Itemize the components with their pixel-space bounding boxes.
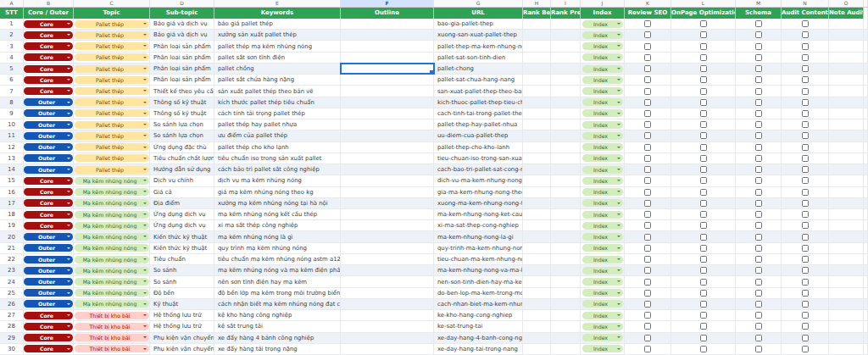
cell-rank-pres[interactable] — [551, 97, 581, 108]
cell-index[interactable]: Index — [581, 231, 625, 241]
cell-core-outer[interactable]: Outer — [24, 254, 74, 264]
cell-note-audit[interactable] — [829, 86, 864, 96]
cell-core-outer[interactable]: Core — [24, 64, 74, 74]
cell-rank-pres[interactable] — [551, 254, 581, 264]
checkbox-review-seo[interactable] — [644, 177, 651, 184]
cell-note-audit[interactable] — [829, 220, 864, 230]
cell-review-seo[interactable] — [625, 198, 671, 208]
cell-audit-content[interactable] — [782, 75, 829, 85]
cell-schema[interactable] — [736, 130, 782, 141]
cell-rank-pres[interactable] — [551, 333, 581, 343]
index-dropdown-chip[interactable]: Index — [582, 109, 623, 117]
cell-review-seo[interactable] — [625, 153, 671, 164]
cell-index[interactable]: Index — [581, 30, 625, 40]
checkbox-review-seo[interactable] — [644, 144, 651, 151]
index-dropdown-chip[interactable]: Index — [582, 244, 623, 252]
cell-index[interactable]: Index — [581, 254, 625, 264]
index-dropdown-chip[interactable]: Index — [582, 121, 623, 129]
cell-schema[interactable] — [736, 41, 782, 51]
cell-keywords[interactable]: độ bền lớp mạ kẽm trong môi trường biển — [214, 288, 341, 298]
checkbox-onpage-optimization[interactable] — [700, 323, 707, 330]
cell-onpage-optimization[interactable] — [671, 288, 736, 298]
checkbox-review-seo[interactable] — [644, 43, 651, 50]
checkbox-schema[interactable] — [755, 54, 762, 61]
cell-sub-topic[interactable]: Độ bền — [150, 288, 214, 298]
checkbox-review-seo[interactable] — [644, 211, 651, 218]
checkbox-review-seo[interactable] — [644, 189, 651, 196]
cell-topic[interactable]: Pallet thép — [74, 97, 150, 108]
checkbox-audit-content[interactable] — [802, 121, 809, 128]
cell-audit-content[interactable] — [782, 19, 829, 29]
cell-rank-pres[interactable] — [551, 142, 581, 153]
cell-keywords[interactable]: xưởng mạ kẽm nhúng nóng tại hà nội — [214, 198, 341, 208]
cell-schema[interactable] — [736, 209, 782, 219]
cell-sub-topic[interactable]: Tiêu chuẩn — [150, 254, 214, 264]
cell-review-seo[interactable] — [625, 119, 671, 130]
header-core-outer[interactable]: Core / Outer — [24, 8, 74, 19]
cell-index[interactable]: Index — [581, 276, 625, 286]
topic-dropdown-chip[interactable]: Pallet thép — [75, 65, 149, 73]
column-letter-h[interactable]: H — [523, 0, 551, 7]
cell-onpage-optimization[interactable] — [671, 53, 736, 63]
index-dropdown-chip[interactable]: Index — [582, 166, 623, 174]
cell-core-outer[interactable]: Core — [24, 310, 74, 320]
cell-core-outer[interactable]: Core — [24, 220, 74, 230]
cell-topic[interactable]: Mạ kẽm nhúng nóng — [74, 231, 150, 241]
cell-outline[interactable] — [341, 119, 434, 130]
cell-keywords[interactable]: pallet sắt chứa hàng nặng — [214, 75, 341, 85]
cell-core-outer[interactable]: Outer — [24, 130, 74, 141]
topic-dropdown-chip[interactable]: Thiết bị kho bãi — [75, 334, 149, 341]
cell-core-outer[interactable]: Core — [24, 321, 74, 331]
checkbox-onpage-optimization[interactable] — [700, 76, 707, 83]
cell-stt[interactable]: 13 — [0, 153, 24, 164]
cell-onpage-optimization[interactable] — [671, 130, 736, 141]
index-dropdown-chip[interactable]: Index — [582, 222, 623, 230]
cell-rank-bef[interactable] — [523, 175, 551, 186]
topic-dropdown-chip[interactable]: Mạ kẽm nhúng nóng — [75, 188, 149, 196]
cell-index[interactable]: Index — [581, 41, 625, 51]
checkbox-review-seo[interactable] — [644, 222, 651, 229]
cell-rank-bef[interactable] — [523, 333, 551, 343]
cell-audit-content[interactable] — [782, 276, 829, 286]
cell-topic[interactable]: Pallet thép — [74, 119, 150, 130]
cell-url[interactable]: pallet-thep-cho-kho-lanh — [434, 142, 523, 153]
topic-dropdown-chip[interactable]: Pallet thép — [75, 154, 149, 162]
cell-keywords[interactable]: xưởng sản xuất pallet thép — [214, 30, 341, 40]
cell-topic[interactable]: Pallet thép — [74, 153, 150, 164]
cell-stt[interactable]: 14 — [0, 164, 24, 175]
cell-index[interactable]: Index — [581, 333, 625, 343]
checkbox-onpage-optimization[interactable] — [700, 54, 707, 61]
cell-topic[interactable]: Mạ kẽm nhúng nóng — [74, 288, 150, 298]
cell-topic[interactable]: Pallet thép — [74, 19, 150, 29]
cell-rank-bef[interactable] — [523, 288, 551, 298]
cell-index[interactable]: Index — [581, 142, 625, 153]
cell-schema[interactable] — [736, 265, 782, 275]
cell-onpage-optimization[interactable] — [671, 153, 736, 164]
core-outer-dropdown-chip[interactable]: Core — [24, 211, 73, 219]
cell-audit-content[interactable] — [782, 30, 829, 40]
cell-sub-topic[interactable]: Báo giá và dịch vụ — [150, 30, 214, 40]
cell-outline[interactable] — [341, 310, 434, 320]
index-dropdown-chip[interactable]: Index — [582, 199, 623, 207]
checkbox-onpage-optimization[interactable] — [700, 166, 707, 173]
topic-dropdown-chip[interactable]: Pallet thép — [75, 76, 149, 84]
cell-url[interactable]: xe-day-hang-tai-trong-nang — [434, 344, 523, 354]
cell-rank-pres[interactable] — [551, 153, 581, 164]
cell-index[interactable]: Index — [581, 321, 625, 331]
checkbox-schema[interactable] — [755, 200, 762, 207]
cell-sub-topic[interactable]: Thông số kỹ thuật — [150, 108, 214, 119]
cell-review-seo[interactable] — [625, 97, 671, 108]
cell-sub-topic[interactable]: Báo giá và dịch vụ — [150, 19, 214, 29]
cell-schema[interactable] — [736, 344, 782, 354]
cell-rank-pres[interactable] — [551, 41, 581, 51]
cell-review-seo[interactable] — [625, 108, 671, 119]
checkbox-onpage-optimization[interactable] — [700, 346, 707, 352]
cell-sub-topic[interactable]: Hệ thống lưu trữ — [150, 321, 214, 331]
cell-index[interactable]: Index — [581, 130, 625, 141]
column-letter-i[interactable]: I — [551, 0, 581, 7]
cell-review-seo[interactable] — [625, 265, 671, 275]
cell-rank-pres[interactable] — [551, 86, 581, 96]
checkbox-onpage-optimization[interactable] — [700, 99, 707, 106]
cell-schema[interactable] — [736, 175, 782, 186]
column-letter-n[interactable]: N — [782, 0, 829, 7]
